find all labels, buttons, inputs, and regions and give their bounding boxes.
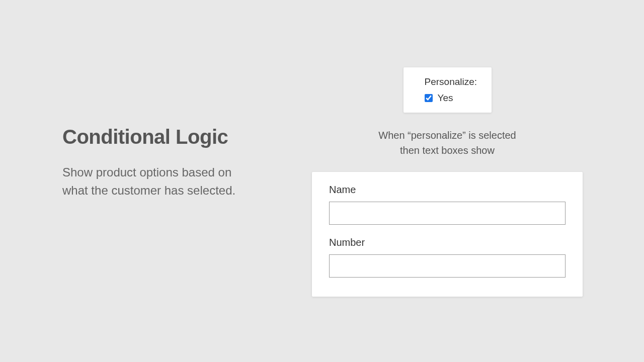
personalize-checkbox[interactable] (425, 94, 433, 102)
caption-line2: then text boxes show (312, 143, 583, 158)
name-input[interactable] (329, 202, 566, 225)
personalize-label: Personalize: (425, 76, 480, 87)
left-content: Conditional Logic Show product options b… (62, 126, 254, 200)
name-label: Name (329, 184, 566, 196)
number-label: Number (329, 237, 566, 248)
form-card: Name Number (312, 172, 583, 297)
caption-line1: When “personalize” is selected (312, 128, 583, 143)
page-heading: Conditional Logic (62, 126, 254, 148)
right-content: Personalize: Yes When “personalize” is s… (312, 67, 583, 297)
personalize-checkbox-row: Yes (425, 93, 480, 104)
personalize-checkbox-label: Yes (438, 93, 453, 104)
name-group: Name (329, 184, 566, 225)
caption-text: When “personalize” is selected then text… (312, 128, 583, 158)
personalize-card: Personalize: Yes (404, 67, 492, 113)
number-input[interactable] (329, 254, 566, 278)
page-subheading: Show product options based on what the c… (62, 163, 254, 200)
number-group: Number (329, 237, 566, 278)
